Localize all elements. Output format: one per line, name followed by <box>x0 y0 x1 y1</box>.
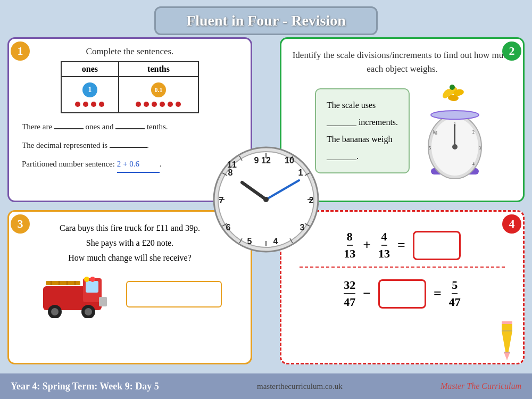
svg-point-17 <box>431 111 479 119</box>
firetruck-area <box>16 270 243 318</box>
eq1-row: 8 13 + 4 13 = <box>289 230 516 261</box>
ones-cell: 1 <box>61 77 119 113</box>
svg-point-66 <box>263 197 269 202</box>
eq1-answer[interactable] <box>413 231 461 260</box>
eq2-blank[interactable] <box>378 279 426 309</box>
svg-text:1: 1 <box>298 168 303 177</box>
eq1-equals: = <box>397 237 405 253</box>
eq2-fraction2: 5 47 <box>449 278 461 310</box>
footer-right: Master The Curriculum <box>440 381 521 391</box>
svg-text:6: 6 <box>226 223 231 232</box>
eq1-fraction1: 8 13 <box>344 230 355 261</box>
svg-text:5: 5 <box>247 237 252 246</box>
weighing-scale-svg: 1 2 3 4 kg 5 <box>420 110 489 179</box>
q1-instruction: Complete the sentences. <box>16 46 243 57</box>
q1-line3: Partitioned number sentence: 2 + 0.6. <box>22 156 238 173</box>
analog-clock: 12 1 2 3 4 5 6 7 8 9 10 11 11 <box>213 146 319 253</box>
q3-number: 3 <box>11 214 30 234</box>
q1-line1: There are ones and tenths. <box>22 119 238 135</box>
title-bar: Fluent in Four - Revision <box>154 6 378 35</box>
firetruck-svg <box>38 270 112 318</box>
svg-point-16 <box>452 144 458 149</box>
tenths-badge: 0.1 <box>151 82 166 97</box>
svg-text:8: 8 <box>228 168 233 177</box>
clock-container: 12 1 2 3 4 5 6 7 8 9 10 11 11 <box>213 146 319 253</box>
svg-point-28 <box>51 308 59 315</box>
eq1-fraction2: 4 13 <box>378 230 390 261</box>
q1-line2: The decimal represented is . <box>22 137 238 153</box>
svg-point-4 <box>450 85 455 90</box>
svg-text:2: 2 <box>472 130 475 135</box>
eq2-minus: − <box>363 286 371 302</box>
tenths-dots <box>124 102 193 107</box>
svg-rect-26 <box>99 297 107 306</box>
q3-line2: She pays with a £20 note. <box>16 238 243 248</box>
svg-text:4: 4 <box>273 237 278 246</box>
eq2-row: 32 47 − = 5 47 <box>289 278 516 310</box>
ones-dots <box>67 102 113 107</box>
page-title: Fluent in Four - Revision <box>172 12 360 29</box>
svg-rect-35 <box>502 323 512 332</box>
svg-text:11: 11 <box>227 160 237 169</box>
tenths-cell: 0.1 <box>119 77 198 113</box>
svg-rect-20 <box>86 281 98 293</box>
footer: Year 4: Spring Term: Week 9: Day 5 maste… <box>0 373 532 399</box>
scale-line4: _______. <box>327 152 359 161</box>
svg-point-32 <box>90 277 95 282</box>
col-tenths: tenths <box>119 62 198 77</box>
svg-marker-34 <box>504 352 510 360</box>
eq2-fraction1: 32 47 <box>344 278 355 310</box>
svg-point-31 <box>84 277 89 282</box>
footer-center: masterthecurriculum.co.uk <box>257 382 343 391</box>
eq1-plus: + <box>363 237 371 253</box>
svg-rect-36 <box>502 321 512 324</box>
col-ones: ones <box>61 62 119 77</box>
svg-text:2: 2 <box>309 196 314 205</box>
q1-number: 1 <box>11 41 30 61</box>
q2-number: 2 <box>502 41 521 61</box>
scale-line2: _______ increments. <box>327 118 398 127</box>
svg-text:7: 7 <box>219 196 224 205</box>
q3-line1: Cara buys this fire truck for £11 and 39… <box>16 223 243 233</box>
section-divider <box>300 267 505 268</box>
ones-badge: 1 <box>82 82 97 97</box>
scale-line1: The scale uses <box>327 101 376 110</box>
svg-text:3: 3 <box>300 223 305 232</box>
svg-text:4: 4 <box>472 162 475 167</box>
footer-left: Year 4: Spring Term: Week 9: Day 5 <box>11 381 159 392</box>
eq2-equals: = <box>434 286 442 302</box>
decimal-table: ones tenths 1 0.1 <box>61 61 199 113</box>
scale-illustration: 1 2 3 4 kg 5 <box>420 83 489 179</box>
q4-number: 4 <box>502 214 521 234</box>
svg-text:5: 5 <box>429 146 431 151</box>
q2-instruction: Identify the scale divisions/increments … <box>289 48 516 76</box>
q3-line3: How much change will she receive? <box>16 253 243 263</box>
svg-point-30 <box>85 308 92 315</box>
pencil-decoration <box>496 320 518 363</box>
scale-text-box: The scale uses _______ increments. The b… <box>315 88 410 173</box>
svg-text:3: 3 <box>479 146 481 151</box>
svg-text:10: 10 <box>285 156 294 165</box>
svg-text:12: 12 <box>261 156 271 165</box>
svg-text:kg: kg <box>433 130 437 135</box>
svg-text:9: 9 <box>254 156 259 165</box>
q3-answer-box[interactable] <box>126 281 222 307</box>
scale-line3: The bananas weigh <box>327 135 393 144</box>
